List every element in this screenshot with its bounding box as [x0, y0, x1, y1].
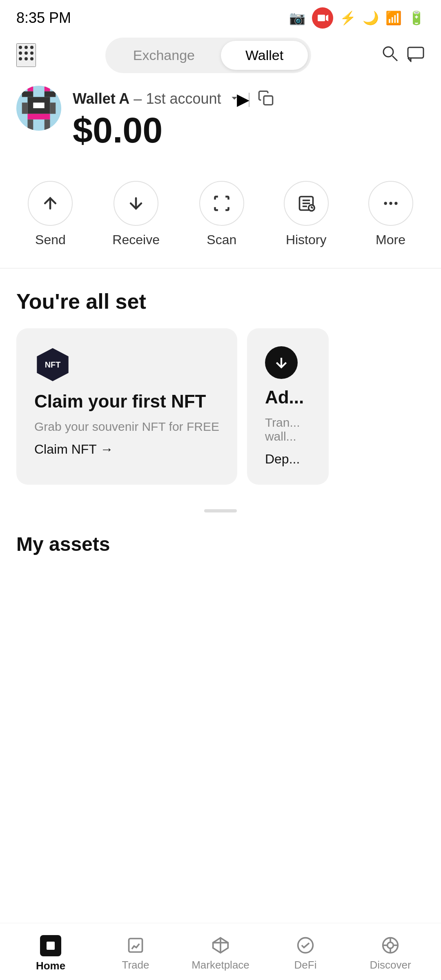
nft-card-title: Claim your first NFT: [34, 391, 219, 412]
status-time: 8:35 PM: [16, 9, 71, 27]
my-assets-title: My assets: [16, 533, 425, 555]
svg-point-38: [389, 202, 392, 205]
svg-point-7: [30, 51, 33, 55]
svg-rect-20: [33, 102, 39, 108]
my-assets-section: My assets: [0, 525, 441, 629]
more-icon: [368, 181, 413, 226]
svg-point-11: [383, 47, 393, 57]
account-dropdown-button[interactable]: [228, 91, 241, 106]
more-button[interactable]: More: [368, 181, 413, 247]
header: Exchange Wallet: [0, 33, 441, 78]
discover-icon: [381, 936, 399, 956]
deposit-card-desc: Tran...wall...: [265, 416, 311, 443]
scan-icon: [199, 181, 244, 226]
copy-address-button[interactable]: [258, 90, 274, 107]
nav-defi[interactable]: DeFi: [273, 936, 338, 971]
receive-icon: [114, 181, 158, 226]
message-button[interactable]: [407, 44, 425, 66]
svg-rect-0: [318, 15, 325, 21]
trade-icon: [127, 936, 145, 956]
svg-point-5: [19, 51, 22, 55]
svg-rect-23: [50, 102, 56, 114]
svg-point-3: [24, 46, 28, 49]
receive-button[interactable]: Receive: [112, 181, 160, 247]
nav-discover[interactable]: Discover: [358, 936, 423, 971]
svg-line-12: [392, 56, 397, 61]
promo-section-title: You're all set: [16, 289, 425, 314]
history-button[interactable]: History: [284, 181, 329, 247]
svg-rect-26: [45, 120, 50, 131]
nav-defi-label: DeFi: [294, 959, 317, 971]
wallet-avatar[interactable]: [16, 86, 61, 131]
svg-point-8: [19, 57, 22, 60]
svg-point-6: [24, 51, 28, 55]
header-actions: [381, 44, 425, 66]
svg-rect-21: [39, 102, 45, 108]
nft-badge-wrapper: NFT: [34, 346, 71, 383]
svg-rect-17: [22, 91, 33, 97]
deposit-card-link: Dep...: [265, 452, 311, 467]
svg-rect-22: [22, 102, 28, 114]
nav-marketplace-label: Marketplace: [192, 959, 249, 971]
promo-cards: NFT Claim your first NFT Grab your souve…: [16, 328, 425, 485]
nav-home[interactable]: Home: [18, 935, 83, 972]
status-icons: 📷 ⚡ 🌙 📶 🔋: [289, 7, 425, 29]
nav-trade[interactable]: Trade: [103, 936, 168, 971]
moon-icon: 🌙: [363, 10, 379, 26]
wallet-tab[interactable]: Wallet: [221, 41, 308, 70]
deposit-icon: [265, 346, 298, 379]
defi-icon: [296, 936, 314, 956]
svg-rect-13: [408, 47, 423, 58]
svg-point-2: [19, 46, 22, 49]
wallet-name: Wallet A – 1st account: [73, 90, 221, 107]
nav-discover-label: Discover: [370, 959, 411, 971]
camera-icon: 📷: [289, 10, 305, 26]
scroll-bar: [204, 509, 237, 512]
nav-marketplace[interactable]: Marketplace: [188, 936, 253, 971]
svg-point-39: [394, 202, 397, 205]
deposit-promo-card[interactable]: Ad... Tran...wall... Dep...: [247, 328, 329, 485]
history-icon: [284, 181, 329, 226]
record-icon: [312, 7, 333, 29]
svg-text:NFT: NFT: [45, 360, 60, 369]
svg-marker-1: [326, 15, 328, 21]
nav-trade-label: Trade: [122, 959, 149, 971]
bluetooth-icon: ⚡: [340, 10, 356, 26]
wallet-section: Wallet A – 1st account | $0.00: [0, 78, 441, 165]
svg-point-4: [30, 46, 33, 49]
scroll-indicator: [0, 509, 441, 512]
wifi-icon: 📶: [385, 10, 402, 26]
battery-icon: 🔋: [408, 10, 425, 26]
home-icon: [40, 935, 61, 956]
nav-home-label: Home: [36, 960, 65, 972]
svg-point-37: [384, 202, 387, 205]
promo-section: You're all set NFT Claim your first NFT …: [0, 269, 441, 497]
claim-nft-button[interactable]: Claim NFT →: [34, 442, 219, 457]
svg-rect-24: [28, 114, 50, 120]
exchange-tab[interactable]: Exchange: [109, 41, 219, 70]
nft-promo-card[interactable]: NFT Claim your first NFT Grab your souve…: [16, 328, 237, 485]
grid-menu-button[interactable]: [16, 43, 36, 67]
svg-point-9: [24, 57, 28, 60]
bottom-navigation: Home Trade Marketplace: [0, 923, 441, 980]
svg-point-47: [388, 942, 394, 948]
deposit-card-title: Ad...: [265, 387, 311, 408]
nft-card-desc: Grab your souvenir NFT for FREE: [34, 420, 219, 434]
scan-button[interactable]: Scan: [199, 181, 244, 247]
svg-rect-15: [28, 86, 33, 91]
marketplace-icon: [212, 936, 229, 956]
svg-rect-27: [264, 96, 273, 105]
svg-point-10: [30, 57, 33, 60]
svg-rect-18: [45, 91, 56, 97]
svg-rect-25: [28, 120, 33, 131]
svg-rect-43: [129, 938, 143, 952]
action-buttons: Send Receive Scan: [0, 165, 441, 268]
wallet-balance: $0.00: [73, 112, 425, 148]
svg-rect-16: [45, 86, 50, 91]
send-icon: [28, 181, 73, 226]
search-button[interactable]: [381, 44, 399, 66]
status-bar: 8:35 PM 📷 ⚡ 🌙 📶 🔋: [0, 0, 441, 33]
send-button[interactable]: Send: [28, 181, 73, 247]
tab-switcher: Exchange Wallet: [105, 38, 311, 73]
